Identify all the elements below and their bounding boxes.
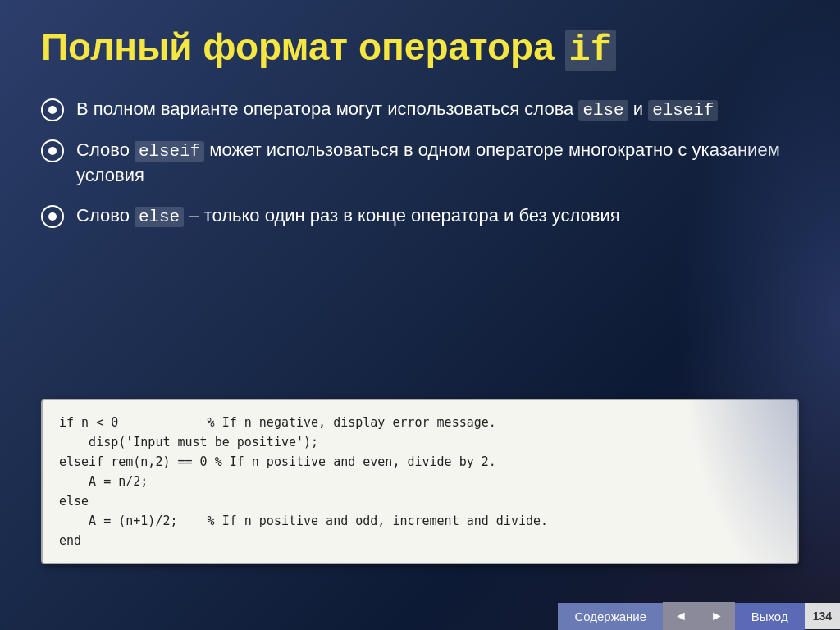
code-else-1: else [578, 100, 628, 121]
bullet-item-2: Слово elseif может использоваться в одно… [41, 138, 799, 189]
code-else-2: else [135, 207, 184, 227]
bullet-icon-2 [41, 139, 64, 162]
bullet-icon-1 [41, 98, 64, 121]
title-code: if [565, 30, 616, 71]
bullet-text-1: В полном варианте оператора могут исполь… [76, 97, 799, 122]
nav-exit-button[interactable]: Выход [735, 603, 805, 630]
page-number: 134 [805, 603, 840, 629]
bullet-icon-3 [41, 205, 64, 228]
title-text: Полный формат оператора [41, 25, 565, 68]
code-block: if n < 0 % If n negative, display error … [41, 399, 799, 564]
code-elseif-1: elseif [648, 100, 718, 121]
nav-prev-button[interactable]: ◄ [663, 602, 699, 630]
bullet-item-3: Слово else – только один раз в конце опе… [41, 203, 799, 229]
bullet-text-2: Слово elseif может использоваться в одно… [76, 138, 799, 189]
bullet-text-3: Слово else – только один раз в конце опе… [76, 203, 799, 229]
bullet-list: В полном варианте оператора могут исполь… [41, 97, 799, 374]
slide: Полный формат оператора if В полном вари… [0, 0, 840, 630]
nav-bar: Содержание ◄ ► Выход 134 [558, 602, 840, 630]
slide-title: Полный формат оператора if [41, 25, 799, 72]
nav-next-button[interactable]: ► [699, 602, 735, 630]
code-elseif-2: elseif [135, 141, 204, 162]
nav-contents-button[interactable]: Содержание [558, 603, 663, 630]
code-content: if n < 0 % If n negative, display error … [59, 413, 781, 550]
bullet-item-1: В полном варианте оператора могут исполь… [41, 97, 799, 122]
